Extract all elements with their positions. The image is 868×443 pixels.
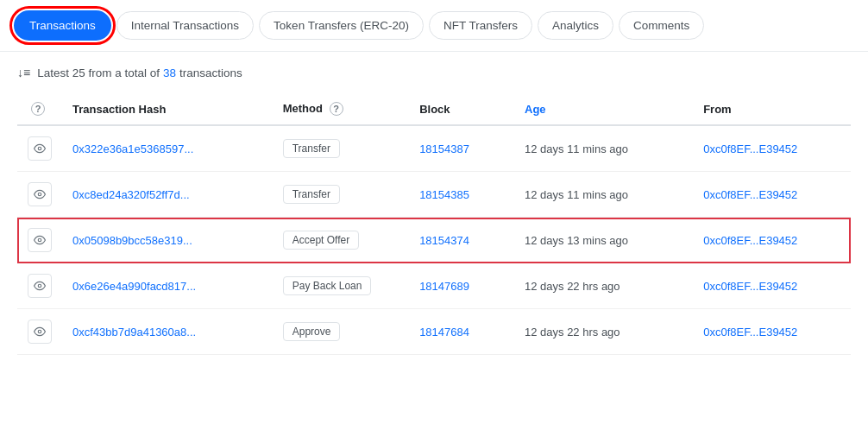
summary-count: 38 [163, 66, 176, 79]
tab-nft-transfers[interactable]: NFT Transfers [429, 11, 532, 40]
table-row: 0xcf43bb7d9a41360a8...Approve1814768412 … [17, 309, 851, 355]
age-text: 12 days 22 hrs ago [525, 280, 620, 293]
block-link[interactable]: 18147684 [419, 326, 469, 339]
col-age-header: Age [514, 93, 693, 125]
svg-point-4 [38, 330, 41, 333]
from-address-link[interactable]: 0xc0f8EF...E39452 [703, 188, 797, 201]
age-text: 12 days 11 mins ago [525, 142, 628, 155]
method-help-icon[interactable]: ? [330, 102, 343, 116]
tx-hash-link[interactable]: 0xcf43bb7d9a41360a8... [72, 326, 196, 339]
col-method-header: Method ? [273, 93, 409, 125]
method-badge: Accept Offer [283, 231, 359, 250]
table-row: 0x05098b9bcc58e319...Accept Offer1815437… [17, 218, 851, 263]
block-link[interactable]: 18154374 [419, 234, 469, 247]
summary-line: ↓≡ Latest 25 from a total of 38 transact… [17, 66, 851, 79]
table-row: 0xc8ed24a320f52ff7d...Transfer1815438512… [17, 172, 851, 218]
svg-point-0 [38, 147, 41, 150]
tx-hash-link[interactable]: 0xc8ed24a320f52ff7d... [72, 188, 190, 201]
tab-bar: TransactionsInternal TransactionsToken T… [0, 0, 868, 52]
eye-icon[interactable] [28, 228, 52, 252]
eye-icon[interactable] [28, 182, 52, 206]
col-icon-header: ? [17, 93, 62, 125]
eye-icon[interactable] [28, 320, 52, 344]
svg-point-2 [38, 238, 41, 242]
sort-icon: ↓≡ [17, 66, 30, 79]
header-help-icon[interactable]: ? [31, 102, 45, 116]
block-link[interactable]: 18154387 [419, 142, 469, 155]
summary-suffix: transactions [179, 66, 242, 79]
svg-point-1 [38, 193, 41, 196]
block-link[interactable]: 18154385 [419, 188, 469, 201]
tx-hash-link[interactable]: 0x6e26e4a990facd817... [72, 280, 196, 293]
main-content: ↓≡ Latest 25 from a total of 38 transact… [0, 52, 868, 369]
method-badge: Approve [283, 322, 341, 341]
age-text: 12 days 11 mins ago [525, 188, 628, 201]
tab-internal-transactions[interactable]: Internal Transactions [116, 11, 254, 40]
eye-icon[interactable] [28, 136, 52, 161]
method-badge: Transfer [283, 185, 340, 204]
tab-comments[interactable]: Comments [619, 11, 704, 40]
from-address-link[interactable]: 0xc0f8EF...E39452 [703, 234, 797, 247]
method-badge: Pay Back Loan [283, 276, 372, 295]
tab-analytics[interactable]: Analytics [538, 11, 613, 40]
col-block-header: Block [409, 93, 514, 125]
from-address-link[interactable]: 0xc0f8EF...E39452 [703, 280, 797, 293]
from-address-link[interactable]: 0xc0f8EF...E39452 [703, 142, 797, 155]
summary-prefix: Latest 25 from a total of [37, 66, 160, 79]
col-hash-header: Transaction Hash [62, 93, 273, 125]
transactions-table: ? Transaction Hash Method ? Block Age Fr… [17, 93, 851, 355]
tab-transactions[interactable]: Transactions [14, 10, 111, 41]
tab-token-transfers[interactable]: Token Transfers (ERC-20) [259, 11, 424, 40]
table-row: 0x6e26e4a990facd817...Pay Back Loan18147… [17, 263, 851, 309]
tx-hash-link[interactable]: 0x05098b9bcc58e319... [72, 234, 192, 247]
age-text: 12 days 13 mins ago [525, 234, 628, 247]
table-body: 0x322e36a1e5368597...Transfer1815438712 … [17, 125, 851, 355]
block-link[interactable]: 18147689 [419, 280, 469, 293]
svg-point-3 [38, 284, 41, 288]
table-header: ? Transaction Hash Method ? Block Age Fr… [17, 93, 851, 125]
tx-hash-link[interactable]: 0x322e36a1e5368597... [72, 142, 193, 155]
method-badge: Transfer [283, 139, 340, 158]
eye-icon[interactable] [28, 274, 52, 298]
age-text: 12 days 22 hrs ago [525, 326, 620, 339]
from-address-link[interactable]: 0xc0f8EF...E39452 [703, 326, 797, 339]
table-row: 0x322e36a1e5368597...Transfer1815438712 … [17, 125, 851, 172]
col-from-header: From [693, 93, 851, 125]
